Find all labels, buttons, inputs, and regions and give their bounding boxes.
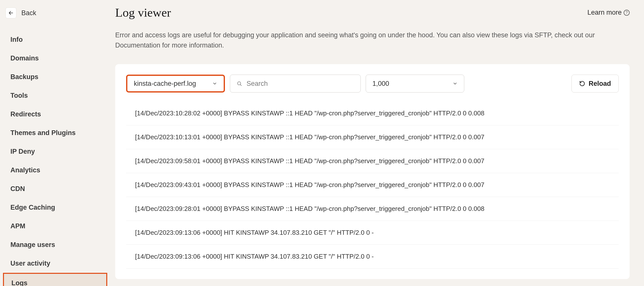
sidebar-item-apm[interactable]: APM [3,217,107,235]
learn-more-link[interactable]: Learn more ? [588,9,630,17]
chevron-down-icon [212,81,217,86]
learn-more-label: Learn more [588,9,622,17]
title-row: Log viewer Learn more ? [115,6,630,20]
sidebar-item-redirects[interactable]: Redirects [3,105,107,124]
log-file-select[interactable]: kinsta-cache-perf.log [126,75,225,92]
sidebar-item-domains[interactable]: Domains [3,49,107,68]
page-description: Error and access logs are useful for deb… [115,30,630,50]
log-row: [14/Dec/2023:09:13:06 +0000] HIT KINSTAW… [126,221,619,245]
nav-list: InfoDomainsBackupsToolsRedirectsThemes a… [3,30,107,286]
help-icon: ? [624,10,630,16]
log-list: [14/Dec/2023:10:28:02 +0000] BYPASS KINS… [126,101,619,268]
sidebar-item-manage-users[interactable]: Manage users [3,235,107,254]
log-card: kinsta-cache-perf.log 1,000 [115,64,630,279]
page-title: Log viewer [115,6,171,20]
log-file-select-value: kinsta-cache-perf.log [134,80,196,88]
sidebar-item-backups[interactable]: Backups [3,68,107,86]
svg-line-2 [240,85,241,86]
sidebar-item-analytics[interactable]: Analytics [3,161,107,180]
chevron-down-icon [452,81,458,86]
log-row: [14/Dec/2023:09:58:01 +0000] BYPASS KINS… [126,149,619,173]
sidebar: Back InfoDomainsBackupsToolsRedirectsThe… [0,0,110,286]
reload-icon [579,81,585,87]
log-row: [14/Dec/2023:09:43:01 +0000] BYPASS KINS… [126,173,619,197]
search-box[interactable] [230,75,361,92]
search-icon [236,81,242,86]
sidebar-item-user-activity[interactable]: User activity [3,254,107,273]
sidebar-item-info[interactable]: Info [3,30,107,49]
reload-label: Reload [589,80,611,88]
controls-row: kinsta-cache-perf.log 1,000 [126,75,619,92]
reload-button[interactable]: Reload [572,75,619,92]
sidebar-item-cdn[interactable]: CDN [3,180,107,198]
arrow-left-icon [8,10,14,16]
log-row: [14/Dec/2023:09:28:01 +0000] BYPASS KINS… [126,197,619,221]
line-count-select[interactable]: 1,000 [366,75,464,92]
back-button[interactable] [6,8,16,18]
sidebar-item-edge-caching[interactable]: Edge Caching [3,198,107,217]
back-row: Back [3,8,107,18]
sidebar-item-logs[interactable]: Logs [3,273,107,286]
sidebar-item-tools[interactable]: Tools [3,86,107,105]
log-row: [14/Dec/2023:09:13:06 +0000] HIT KINSTAW… [126,245,619,268]
log-row: [14/Dec/2023:10:13:01 +0000] BYPASS KINS… [126,125,619,149]
sidebar-item-ip-deny[interactable]: IP Deny [3,142,107,161]
search-input[interactable] [246,80,354,88]
log-row: [14/Dec/2023:10:28:02 +0000] BYPASS KINS… [126,101,619,125]
main: Log viewer Learn more ? Error and access… [110,0,644,286]
line-count-value: 1,000 [372,80,389,88]
sidebar-item-themes-and-plugins[interactable]: Themes and Plugins [3,124,107,142]
back-label[interactable]: Back [21,9,36,17]
